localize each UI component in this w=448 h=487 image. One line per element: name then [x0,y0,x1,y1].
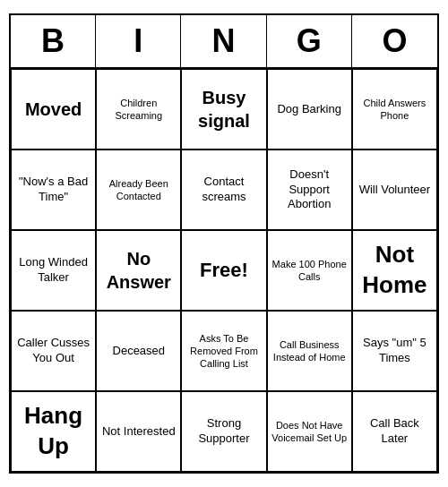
header-letter: N [181,15,266,67]
bingo-cell: Child Answers Phone [352,69,437,150]
bingo-cell: Deceased [96,311,181,391]
bingo-cell: "Now's a Bad Time" [11,150,96,230]
bingo-cell: Long Winded Talker [11,230,96,311]
bingo-cell: Strong Supporter [181,391,266,472]
bingo-card: BINGO MovedChildren ScreamingBusy signal… [9,13,439,474]
bingo-cell: Free! [181,230,266,311]
bingo-cell: Asks To Be Removed From Calling List [181,311,266,391]
header-letter: I [96,15,181,67]
bingo-cell: Doesn't Support Abortion [267,150,352,230]
bingo-cell: Will Volunteer [352,150,437,230]
header-letter: B [11,15,96,67]
bingo-cell: Does Not Have Voicemail Set Up [267,391,352,472]
bingo-cell: Moved [11,69,96,150]
bingo-cell: Hang Up [11,391,96,472]
bingo-grid: MovedChildren ScreamingBusy signalDog Ba… [11,69,437,472]
header-letter: O [352,15,437,67]
bingo-cell: Dog Barking [267,69,352,150]
bingo-cell: Not Interested [96,391,181,472]
header-letter: G [267,15,352,67]
bingo-header: BINGO [11,15,437,69]
bingo-cell: Children Screaming [96,69,181,150]
bingo-cell: Make 100 Phone Calls [267,230,352,311]
bingo-cell: Already Been Contacted [96,150,181,230]
bingo-cell: No Answer [96,230,181,311]
bingo-cell: Contact screams [181,150,266,230]
bingo-cell: Busy signal [181,69,266,150]
bingo-cell: Not Home [352,230,437,311]
bingo-cell: Call Back Later [352,391,437,472]
bingo-cell: Call Business Instead of Home [267,311,352,391]
bingo-cell: Says "um" 5 Times [352,311,437,391]
bingo-cell: Caller Cusses You Out [11,311,96,391]
